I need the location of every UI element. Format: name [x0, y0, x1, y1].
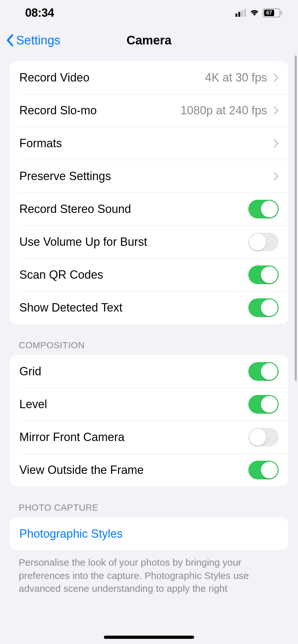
section-footer-photo-capture: Personalise the look of your photos by b… — [10, 550, 288, 595]
row-record-stereo-sound: Record Stereo Sound — [10, 193, 288, 226]
row-photographic-styles[interactable]: Photographic Styles — [10, 517, 288, 550]
toggle-record-stereo-sound[interactable] — [248, 200, 279, 218]
row-mirror-front-camera: Mirror Front Camera — [10, 421, 288, 454]
row-label: Level — [19, 398, 248, 411]
section-header-composition: COMPOSITION — [10, 324, 288, 355]
row-label: Use Volume Up for Burst — [19, 235, 248, 249]
chevron-right-icon — [273, 172, 279, 181]
toggle-volume-up-burst[interactable] — [248, 233, 279, 251]
page-title: Camera — [126, 34, 171, 47]
row-label: Show Detected Text — [19, 301, 248, 314]
status-bar: 08:34 67 — [0, 0, 298, 26]
row-label: Record Stereo Sound — [19, 202, 248, 216]
row-label: View Outside the Frame — [19, 463, 248, 477]
navigation-bar: Settings Camera — [0, 26, 298, 55]
row-volume-up-burst: Use Volume Up for Burst — [10, 226, 288, 258]
cellular-signal-icon — [235, 9, 246, 17]
row-value: 4K at 30 fps — [205, 71, 267, 84]
chevron-right-icon — [273, 73, 279, 82]
settings-group-composition: Grid Level Mirror Front Camera View Outs… — [10, 355, 288, 486]
row-label: Mirror Front Camera — [19, 430, 248, 444]
row-label: Scan QR Codes — [19, 268, 248, 282]
back-button[interactable]: Settings — [6, 34, 60, 47]
row-show-detected-text: Show Detected Text — [10, 291, 288, 324]
chevron-right-icon — [273, 106, 279, 115]
row-scan-qr-codes: Scan QR Codes — [10, 258, 288, 291]
row-label: Record Video — [19, 71, 205, 84]
toggle-mirror-front-camera[interactable] — [248, 428, 279, 447]
scroll-indicator[interactable] — [295, 55, 297, 381]
row-level: Level — [10, 388, 288, 421]
row-record-slomo[interactable]: Record Slo-mo 1080p at 240 fps — [10, 94, 288, 127]
section-header-photo-capture: PHOTO CAPTURE — [10, 486, 288, 517]
wifi-icon — [249, 9, 260, 17]
status-indicators: 67 — [235, 8, 282, 17]
toggle-grid[interactable] — [248, 362, 279, 381]
row-value: 1080p at 240 fps — [181, 104, 267, 117]
battery-icon: 67 — [263, 8, 282, 17]
row-label: Formats — [19, 137, 273, 150]
row-formats[interactable]: Formats — [10, 127, 288, 160]
back-label: Settings — [16, 34, 60, 47]
home-indicator[interactable] — [104, 636, 194, 639]
row-preserve-settings[interactable]: Preserve Settings — [10, 160, 288, 193]
row-view-outside-frame: View Outside the Frame — [10, 454, 288, 486]
row-record-video[interactable]: Record Video 4K at 30 fps — [10, 61, 288, 94]
row-grid: Grid — [10, 355, 288, 388]
status-time: 08:34 — [25, 6, 54, 20]
row-label: Record Slo-mo — [19, 104, 181, 117]
toggle-scan-qr-codes[interactable] — [248, 265, 279, 284]
chevron-right-icon — [273, 139, 279, 148]
toggle-level[interactable] — [248, 395, 279, 414]
row-label: Grid — [19, 365, 248, 378]
settings-group-photo-capture: Photographic Styles — [10, 517, 288, 550]
row-label: Photographic Styles — [19, 527, 279, 541]
settings-group-main: Record Video 4K at 30 fps Record Slo-mo … — [10, 61, 288, 324]
toggle-view-outside-frame[interactable] — [248, 461, 279, 479]
row-label: Preserve Settings — [19, 169, 273, 183]
toggle-show-detected-text[interactable] — [248, 298, 279, 317]
chevron-left-icon — [6, 34, 14, 47]
